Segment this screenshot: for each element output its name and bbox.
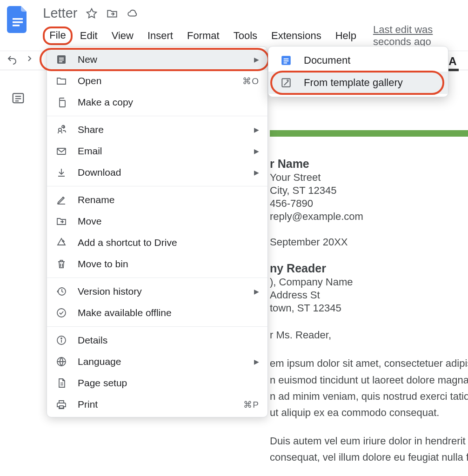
svg-rect-0 xyxy=(13,18,23,20)
menu-insert[interactable]: Insert xyxy=(141,28,180,44)
rename-icon xyxy=(55,194,67,206)
file-menu-new[interactable]: New ▶ xyxy=(47,49,267,70)
document-title[interactable]: Letter xyxy=(43,6,77,21)
chevron-right-icon: ▶ xyxy=(254,169,259,176)
file-menu-email[interactable]: Email ▶ xyxy=(47,140,267,162)
file-menu-language[interactable]: Language ▶ xyxy=(47,351,267,372)
doc-reader-addr: Address St xyxy=(270,289,468,302)
doc-sender-city: City, ST 12345 xyxy=(270,184,468,197)
file-menu-make-offline[interactable]: Make available offline xyxy=(47,302,267,324)
new-from-template[interactable]: From template gallery xyxy=(268,72,448,94)
globe-icon xyxy=(55,356,67,368)
file-menu-rename-label: Rename xyxy=(78,194,259,205)
doc-body-4: ut aliquip ex ea commodo consequat. xyxy=(270,404,468,421)
download-icon xyxy=(55,166,67,178)
svg-rect-31 xyxy=(284,62,287,63)
file-menu-print[interactable]: Print ⌘P xyxy=(47,394,267,415)
email-icon xyxy=(55,145,67,157)
doc-reader-name: ny Reader xyxy=(270,261,468,276)
menu-extensions[interactable]: Extensions xyxy=(265,28,328,44)
drive-shortcut-icon xyxy=(55,237,67,249)
menu-format[interactable]: Format xyxy=(181,28,226,44)
last-edit-link[interactable]: Last edit was seconds ago xyxy=(373,24,461,48)
move-icon xyxy=(55,215,67,227)
menu-tools[interactable]: Tools xyxy=(227,28,264,44)
trash-icon xyxy=(55,258,67,270)
svg-rect-29 xyxy=(284,59,289,60)
docs-icon xyxy=(280,54,293,67)
file-menu-move-label: Move xyxy=(78,216,259,227)
file-menu-dropdown: New ▶ Open ⌘O Make a copy Share ▶ Email … xyxy=(47,46,268,417)
print-icon xyxy=(55,398,67,410)
svg-rect-1 xyxy=(13,21,23,23)
file-menu-details-label: Details xyxy=(78,335,259,346)
doc-date: September 20XX xyxy=(270,236,468,249)
file-menu-share-label: Share xyxy=(78,124,254,135)
folder-icon xyxy=(55,75,67,87)
doc-body-5: Duis autem vel eum iriure dolor in hendr… xyxy=(270,433,468,449)
svg-point-23 xyxy=(61,338,62,339)
new-submenu: Document From template gallery xyxy=(268,46,448,97)
chevron-right-icon: ▶ xyxy=(254,147,259,155)
menu-help[interactable]: Help xyxy=(329,28,363,44)
file-menu-move-to-bin[interactable]: Move to bin xyxy=(47,253,267,275)
file-menu-details[interactable]: Details xyxy=(47,330,267,351)
file-menu-add-shortcut[interactable]: Add a shortcut to Drive xyxy=(47,232,267,253)
app-header: Letter File Edit View Insert Format Tool… xyxy=(0,0,468,48)
svg-point-20 xyxy=(57,309,66,317)
file-menu-download-label: Download xyxy=(78,167,254,178)
file-menu-make-copy[interactable]: Make a copy xyxy=(47,92,267,113)
outline-icon[interactable] xyxy=(11,91,25,107)
file-menu-make-offline-label: Make available offline xyxy=(78,307,259,318)
move-to-folder-icon[interactable] xyxy=(106,7,118,20)
file-menu-version-history-label: Version history xyxy=(78,286,254,297)
file-menu-share[interactable]: Share ▶ xyxy=(47,119,267,140)
chevron-right-icon: ▶ xyxy=(254,56,259,63)
new-from-template-label: From template gallery xyxy=(304,77,403,89)
file-menu-language-label: Language xyxy=(78,356,254,367)
doc-body-1: em ipsum dolor sit amet, consectetuer ad… xyxy=(270,355,468,371)
chevron-right-icon: ▶ xyxy=(254,288,259,295)
page-top-accent xyxy=(270,130,468,137)
svg-rect-30 xyxy=(284,60,289,61)
doc-reader-city: town, ST 12345 xyxy=(270,302,468,315)
doc-body-2: n euismod tincidunt ut laoreet dolore ma… xyxy=(270,372,468,388)
page-content[interactable]: r Name Your Street City, ST 12345 456-78… xyxy=(270,156,468,466)
file-menu-make-copy-label: Make a copy xyxy=(78,97,259,108)
doc-body-3: n ad minim veniam, quis nostrud exerci t… xyxy=(270,388,468,404)
doc-salutation: r Ms. Reader, xyxy=(270,327,468,343)
star-icon[interactable] xyxy=(86,7,98,20)
cloud-status-icon[interactable] xyxy=(127,7,139,20)
chevron-right-icon: ▶ xyxy=(254,126,259,133)
svg-rect-15 xyxy=(57,148,66,154)
file-menu-download[interactable]: Download ▶ xyxy=(47,162,267,183)
undo-icon[interactable] xyxy=(7,54,18,68)
menu-view[interactable]: View xyxy=(105,28,140,44)
print-shortcut: ⌘P xyxy=(243,399,259,410)
menu-file[interactable]: File xyxy=(43,26,72,45)
docs-logo[interactable] xyxy=(7,4,29,35)
new-document[interactable]: Document xyxy=(268,49,448,72)
share-icon xyxy=(55,124,67,136)
menu-edit[interactable]: Edit xyxy=(74,28,104,44)
menubar: File Edit View Insert Format Tools Exten… xyxy=(43,21,461,48)
doc-body-6: consequat, vel illum dolore eu feugiat n… xyxy=(270,449,468,465)
doc-reader-role: ), Company Name xyxy=(270,276,468,289)
file-menu-version-history[interactable]: Version history ▶ xyxy=(47,281,267,302)
file-menu-add-shortcut-label: Add a shortcut to Drive xyxy=(78,237,259,248)
file-menu-open-label: Open xyxy=(78,75,242,86)
redo-icon[interactable] xyxy=(21,54,33,68)
file-menu-rename[interactable]: Rename xyxy=(47,189,267,211)
file-menu-new-label: New xyxy=(78,54,254,65)
file-menu-page-setup[interactable]: Page setup xyxy=(47,372,267,394)
page-icon xyxy=(55,377,67,389)
file-menu-open[interactable]: Open ⌘O xyxy=(47,70,267,92)
doc-sender-street: Your Street xyxy=(270,171,468,184)
doc-sender-phone: 456-7890 xyxy=(270,197,468,210)
open-shortcut: ⌘O xyxy=(242,76,259,86)
document-icon xyxy=(55,53,67,66)
template-icon xyxy=(280,76,293,89)
chevron-right-icon: ▶ xyxy=(254,358,259,365)
file-menu-move[interactable]: Move xyxy=(47,211,267,232)
file-menu-page-setup-label: Page setup xyxy=(78,377,259,389)
